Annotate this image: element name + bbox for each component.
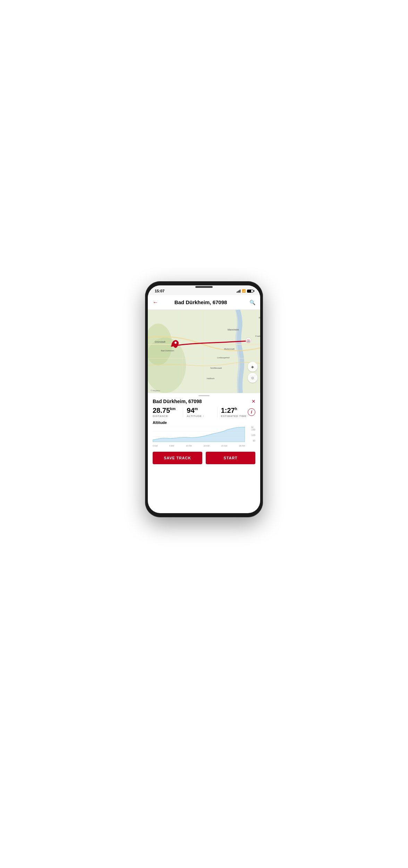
map-layer-button[interactable]: ◆ bbox=[248, 362, 257, 372]
route-detail-panel: Bad Dürkheim, 67098 × 28.75km DISTANCE bbox=[148, 393, 260, 468]
x-label-0km: 0 KM bbox=[153, 445, 158, 447]
svg-text:Grünstadt: Grünstadt bbox=[155, 341, 165, 343]
altitude-x-labels: 0 KM 5 KM 10 KM 15 KM 20 KM 25 KM bbox=[153, 445, 245, 447]
svg-text:Schifferstadt: Schifferstadt bbox=[210, 367, 222, 369]
navigation-header: ← Bad Dürkheim, 67098 🔍 bbox=[148, 295, 260, 310]
altitude-chart-title: Altitude bbox=[153, 420, 255, 425]
svg-text:Frankenthal: Frankenthal bbox=[255, 335, 260, 337]
stat-divider-1 bbox=[183, 407, 183, 417]
altitude-label: ALTITUDE ↑ bbox=[187, 415, 213, 418]
map-controls: ◆ ⊙ bbox=[248, 362, 257, 383]
close-button[interactable]: × bbox=[252, 398, 255, 404]
mapbox-attribution: © Mapbox bbox=[151, 390, 160, 392]
x-label-20km: 20 KM bbox=[221, 445, 227, 447]
time-label: ESTIMATED TIME bbox=[221, 415, 248, 418]
svg-text:Mutterstadt: Mutterstadt bbox=[224, 348, 235, 350]
signal-icon bbox=[237, 289, 240, 293]
altitude-stat: 94m ALTITUDE ↑ bbox=[187, 407, 213, 418]
svg-point-18 bbox=[175, 342, 177, 344]
x-label-15km: 15 KM bbox=[204, 445, 210, 447]
altitude-section: Altitude M150 120 90 bbox=[148, 420, 260, 449]
svg-text:Limburgerhof: Limburgerhof bbox=[217, 357, 230, 359]
svg-text:Mannheim: Mannheim bbox=[228, 328, 239, 331]
distance-stat: 28.75km DISTANCE bbox=[153, 407, 179, 418]
phone-device: 15:07 📶 ← Bad Dürkheim, bbox=[145, 281, 263, 517]
svg-text:🚲: 🚲 bbox=[247, 339, 250, 342]
x-label-5km: 5 KM bbox=[169, 445, 174, 447]
start-button[interactable]: START bbox=[206, 452, 255, 464]
search-icon[interactable]: 🔍 bbox=[249, 300, 255, 305]
back-button[interactable]: ← bbox=[153, 299, 158, 306]
altitude-y-labels: M150 120 90 bbox=[246, 426, 255, 442]
panel-location-title: Bad Dürkheim, 67098 bbox=[153, 399, 202, 404]
x-label-25km: 25 KM bbox=[239, 445, 245, 447]
map-area[interactable]: Grünstadt Mannheim Lampertheim Bobenheim… bbox=[148, 310, 260, 393]
altitude-value: 94m bbox=[187, 407, 213, 414]
y-label-120: 120 bbox=[251, 434, 255, 436]
altitude-chart-inner bbox=[153, 426, 245, 442]
altitude-chart-svg bbox=[153, 426, 245, 442]
map-svg: Grünstadt Mannheim Lampertheim Bobenheim… bbox=[148, 310, 260, 393]
info-button[interactable]: i bbox=[248, 408, 255, 416]
map-background: Grünstadt Mannheim Lampertheim Bobenheim… bbox=[148, 310, 260, 393]
wifi-icon: 📶 bbox=[242, 289, 246, 293]
status-time: 15:07 bbox=[155, 289, 164, 293]
action-buttons: SAVE TRACK START bbox=[148, 449, 260, 468]
distance-label: DISTANCE bbox=[153, 415, 179, 418]
svg-text:Bobenheim-Roxheim: Bobenheim-Roxheim bbox=[259, 317, 260, 319]
phone-speaker bbox=[195, 286, 213, 288]
panel-title-row: Bad Dürkheim, 67098 × bbox=[148, 397, 260, 407]
distance-value: 28.75km bbox=[153, 407, 179, 414]
svg-text:Bad Dürkheim: Bad Dürkheim bbox=[161, 350, 174, 352]
x-label-10km: 10 KM bbox=[186, 445, 192, 447]
time-stat: 1:27h ESTIMATED TIME bbox=[221, 407, 248, 418]
phone-body: 15:07 📶 ← Bad Dürkheim, bbox=[145, 281, 263, 517]
save-track-button[interactable]: SAVE TRACK bbox=[153, 452, 202, 464]
y-label-90: 90 bbox=[253, 440, 255, 442]
battery-icon bbox=[247, 290, 253, 293]
altitude-chart: M150 120 90 bbox=[153, 426, 255, 447]
stats-row: 28.75km DISTANCE 94m ALTITUDE ↑ bbox=[148, 407, 260, 420]
page-title: Bad Dürkheim, 67098 bbox=[162, 299, 239, 305]
svg-text:Haßloch: Haßloch bbox=[207, 377, 214, 379]
panel-handle bbox=[148, 393, 260, 397]
y-label-150: M150 bbox=[251, 426, 255, 431]
map-location-button[interactable]: ⊙ bbox=[248, 373, 257, 383]
status-icons: 📶 bbox=[237, 289, 253, 293]
handle-bar bbox=[198, 395, 210, 396]
phone-screen: 15:07 📶 ← Bad Dürkheim, bbox=[148, 285, 260, 513]
stat-divider-2 bbox=[217, 407, 218, 417]
time-value: 1:27h bbox=[221, 407, 248, 414]
